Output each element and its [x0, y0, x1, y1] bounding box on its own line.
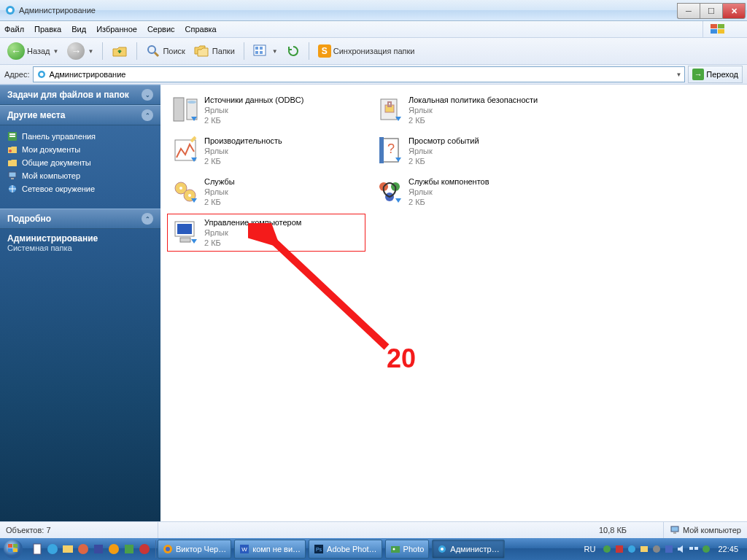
svg-point-37	[188, 194, 191, 197]
taskbar-button[interactable]: Photo	[385, 540, 430, 559]
ql-icon[interactable]	[77, 542, 90, 556]
go-icon: →	[692, 69, 704, 80]
back-icon: ←	[7, 42, 25, 60]
taskbar-app-icon	[163, 544, 173, 554]
file-item[interactable]: Управление компьютеромЯрлык2 КБ	[168, 214, 365, 251]
status-bar: Объектов: 7 10,8 КБ Мой компьютер	[0, 521, 747, 538]
address-input[interactable]: Администрирование ▼	[33, 66, 686, 82]
svg-rect-17	[9, 136, 15, 137]
status-size: 10,8 КБ	[593, 522, 664, 538]
menu-help[interactable]: Справка	[185, 25, 217, 34]
search-button[interactable]: Поиск	[143, 42, 187, 60]
tray-volume-icon[interactable]	[676, 544, 686, 554]
file-item[interactable]: СлужбыЯрлык2 КБ	[168, 174, 365, 210]
views-button[interactable]: ▼	[250, 43, 281, 59]
svg-point-57	[109, 544, 119, 554]
svg-rect-42	[177, 224, 192, 234]
file-item[interactable]: ПроизводительностьЯрлык2 КБ	[168, 133, 365, 169]
back-dropdown[interactable]: ▼	[53, 48, 59, 55]
tray-icon[interactable]	[639, 544, 649, 554]
svg-rect-20	[11, 178, 14, 179]
tray-network-icon[interactable]	[689, 544, 699, 554]
language-indicator[interactable]: RU	[580, 545, 600, 553]
menu-tools[interactable]: Сервис	[147, 25, 175, 34]
menu-file[interactable]: Файл	[4, 25, 24, 34]
tray-icon[interactable]	[602, 544, 612, 554]
taskbar-app-label: Виктор Чер…	[176, 545, 226, 553]
file-item[interactable]: Локальная политика безопасностиЯрлык2 КБ	[372, 92, 569, 128]
control-panel-icon	[7, 131, 18, 141]
svg-point-6	[148, 46, 155, 53]
sidebar-item-network[interactable]: Сетевое окружение	[7, 182, 153, 195]
tray-icon[interactable]	[701, 544, 711, 554]
forward-button[interactable]: → ▼	[64, 41, 96, 61]
file-name: Источники данных (ODBC)	[204, 95, 303, 105]
taskbar-button[interactable]: PsAdobe Phot…	[309, 540, 382, 559]
ql-icon[interactable]	[92, 542, 105, 556]
tray-icon[interactable]	[627, 544, 637, 554]
svg-rect-73	[640, 546, 648, 552]
svg-point-24	[187, 101, 196, 104]
file-size: 2 КБ	[409, 197, 489, 207]
windows-flag-icon[interactable]	[703, 21, 732, 37]
ql-icon[interactable]	[138, 542, 151, 556]
clock[interactable]: 22:45	[713, 545, 743, 553]
file-size: 2 КБ	[204, 197, 235, 207]
sidebar-section-places[interactable]: Другие места ⌃	[0, 105, 160, 125]
svg-rect-46	[673, 532, 676, 534]
status-objects: Объектов: 7	[0, 522, 158, 538]
file-area[interactable]: Источники данных (ODBC)Ярлык2 КБЛокальна…	[160, 85, 747, 521]
tray-icon[interactable]	[664, 544, 674, 554]
back-button[interactable]: ← Назад ▼	[4, 41, 61, 61]
folders-button[interactable]: Папки	[191, 42, 238, 60]
refresh-button[interactable]	[284, 43, 303, 59]
file-type: Ярлык	[204, 187, 235, 197]
sync-button[interactable]: S Синхронизация папки	[315, 43, 418, 59]
file-item[interactable]: ?Просмотр событийЯрлык2 КБ	[372, 133, 569, 169]
ql-icon[interactable]	[61, 542, 74, 556]
taskbar-button[interactable]: Администр…	[432, 540, 504, 559]
sidebar-item-my-computer[interactable]: Мой компьютер	[7, 169, 153, 182]
go-button[interactable]: → Переход	[688, 66, 743, 83]
address-dropdown[interactable]: ▼	[676, 71, 681, 78]
menu-view[interactable]: Вид	[71, 25, 86, 34]
start-button[interactable]	[0, 538, 26, 560]
file-icon	[171, 95, 200, 124]
status-location: Мой компьютер	[664, 522, 747, 538]
svg-rect-52	[34, 544, 41, 554]
sidebar-item-control-panel[interactable]: Панель управления	[7, 130, 153, 143]
file-icon	[375, 176, 404, 206]
tray-icon[interactable]	[614, 544, 624, 554]
close-button[interactable]: ✕	[722, 3, 746, 19]
file-item[interactable]: Службы компонентовЯрлык2 КБ	[372, 174, 569, 210]
up-button[interactable]	[109, 42, 131, 61]
minimize-button[interactable]: ─	[677, 3, 700, 19]
tray-icon[interactable]	[651, 544, 662, 554]
file-type: Ярлык	[409, 187, 489, 197]
forward-dropdown[interactable]: ▼	[88, 48, 93, 55]
chevron-up-icon: ⌃	[142, 109, 153, 121]
taskbar-button[interactable]: Виктор Чер…	[158, 540, 231, 559]
ql-icon[interactable]	[46, 542, 59, 556]
details-subtitle: Системная папка	[7, 244, 153, 252]
sidebar-section-tasks[interactable]: Задачи для файлов и папок ⌄	[0, 85, 160, 105]
sidebar-section-details[interactable]: Подробно ⌃	[0, 209, 160, 229]
menu-fav[interactable]: Избранное	[96, 25, 137, 34]
maximize-button[interactable]: ☐	[700, 3, 722, 19]
taskbar-app-label: комп не ви…	[252, 545, 301, 553]
ql-icon[interactable]	[123, 542, 136, 556]
my-computer-icon	[670, 525, 680, 535]
menu-edit[interactable]: Правка	[34, 25, 61, 34]
file-item[interactable]: Источники данных (ODBC)Ярлык2 КБ	[168, 92, 365, 128]
file-name: Локальная политика безопасности	[409, 95, 538, 105]
ql-icon[interactable]	[107, 542, 120, 556]
svg-point-59	[139, 544, 150, 554]
folders-icon	[194, 44, 210, 58]
ql-icon[interactable]	[31, 542, 44, 556]
chevron-down-icon: ⌄	[142, 89, 153, 101]
svg-rect-12	[260, 51, 263, 54]
sidebar-item-my-documents[interactable]: Мои документы	[7, 143, 153, 156]
sidebar-item-shared-docs[interactable]: Общие документы	[7, 156, 153, 169]
taskbar-button[interactable]: Wкомп не ви…	[234, 540, 306, 559]
file-icon	[171, 176, 200, 206]
